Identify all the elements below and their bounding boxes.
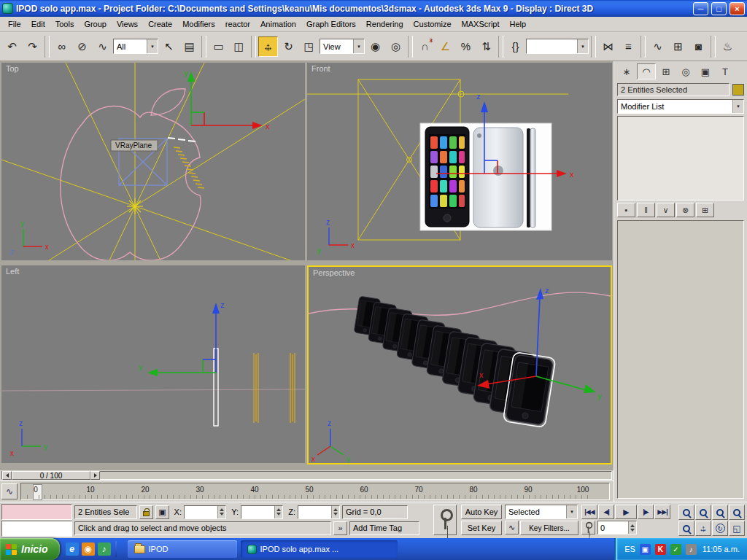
redo-button[interactable]: ↷ bbox=[23, 36, 42, 57]
object-color-swatch[interactable] bbox=[732, 84, 744, 96]
key-mode-dropdown[interactable]: Selected ▼ bbox=[505, 505, 578, 519]
media-player-icon[interactable]: ♪ bbox=[98, 542, 111, 556]
viewport-front-label[interactable]: Front bbox=[311, 64, 330, 73]
zoom-extents-button[interactable] bbox=[712, 505, 728, 520]
remove-modifier-button[interactable]: ⊗ bbox=[676, 203, 694, 217]
select-object-button[interactable]: ↖ bbox=[159, 36, 179, 57]
modifier-stack-list[interactable] bbox=[617, 116, 744, 201]
go-to-end-button[interactable]: ▶▶| bbox=[654, 505, 670, 519]
unlink-selection-button[interactable]: ⊘ bbox=[72, 36, 92, 57]
render-scene-button[interactable]: ♨ bbox=[718, 36, 738, 57]
previous-frame-button[interactable]: ◀| bbox=[598, 505, 614, 519]
menu-item-edit[interactable]: Edit bbox=[26, 18, 50, 31]
z-coordinate-input[interactable] bbox=[298, 505, 340, 519]
select-and-link-button[interactable]: ∞ bbox=[52, 36, 71, 57]
perspective-viewport-canvas[interactable]: z y x z x y bbox=[309, 267, 611, 463]
viewport-perspective[interactable]: Perspective bbox=[307, 265, 612, 464]
arc-rotate-button[interactable]: ↻ bbox=[712, 521, 728, 536]
close-button[interactable]: × bbox=[729, 2, 745, 15]
viewport-top-label[interactable]: Top bbox=[6, 64, 19, 73]
configure-modifier-sets-button[interactable]: ⊞ bbox=[696, 203, 714, 217]
use-pivot-point-center-button[interactable]: ◉ bbox=[365, 36, 385, 57]
viewport-left-label[interactable]: Left bbox=[6, 267, 19, 276]
maximize-viewport-toggle[interactable]: ◱ bbox=[729, 521, 745, 536]
align-button[interactable]: ≡ bbox=[619, 36, 638, 57]
menu-item-rendering[interactable]: Rendering bbox=[361, 18, 409, 31]
listener-script-pane[interactable] bbox=[1, 521, 72, 537]
tab-motion[interactable]: ◎ bbox=[676, 63, 695, 79]
spinner-arrows[interactable] bbox=[217, 506, 225, 518]
chevron-down-icon[interactable]: ▼ bbox=[732, 100, 743, 113]
menu-item-graph-editors[interactable]: Graph Editors bbox=[301, 18, 361, 31]
time-slider-prev-arrow[interactable] bbox=[2, 471, 12, 480]
taskbar-task-ipod-folder[interactable]: IPOD bbox=[128, 540, 237, 558]
y-coordinate-input[interactable] bbox=[241, 505, 283, 519]
snaps-toggle-button[interactable]: ∩ 3 bbox=[415, 36, 435, 57]
select-and-move-button[interactable]: ↔↕ bbox=[258, 36, 278, 57]
notes-icon[interactable]: » bbox=[333, 521, 347, 535]
viewport-perspective-label[interactable]: Perspective bbox=[313, 268, 355, 277]
menu-item-customize[interactable]: Customize bbox=[409, 18, 457, 31]
set-keys-button[interactable] bbox=[433, 505, 457, 535]
spinner-arrows[interactable] bbox=[274, 506, 282, 518]
display-tray-icon[interactable]: ▣ bbox=[640, 544, 651, 555]
viewport-front[interactable]: Front bbox=[307, 63, 612, 260]
clock[interactable]: 11:05 a.m. bbox=[703, 545, 740, 553]
menu-item-animation[interactable]: Animation bbox=[255, 18, 301, 31]
mini-curve-editor-button[interactable]: ∿ bbox=[1, 483, 18, 499]
ipod-array-side[interactable] bbox=[254, 353, 295, 423]
antivirus-tray-icon[interactable]: K bbox=[655, 544, 666, 555]
select-by-name-button[interactable]: ▤ bbox=[179, 36, 199, 57]
edit-named-selection-sets-button[interactable]: {} bbox=[506, 36, 525, 57]
chevron-down-icon[interactable]: ▼ bbox=[353, 39, 364, 53]
set-key-button[interactable]: Set Key bbox=[461, 521, 502, 535]
default-in-out-tangents-button[interactable]: ∿ bbox=[505, 521, 519, 534]
apple-spline[interactable] bbox=[61, 106, 201, 260]
front-viewport-canvas[interactable]: z x z x y bbox=[307, 63, 612, 260]
zoom-extents-all-button[interactable] bbox=[729, 505, 745, 520]
spinner-snap-toggle-button[interactable]: ⇅ bbox=[476, 36, 496, 57]
show-end-result-button[interactable]: ‖ bbox=[637, 203, 655, 217]
current-frame-input[interactable]: 0 bbox=[597, 521, 637, 534]
auto-key-button[interactable]: Auto Key bbox=[461, 505, 502, 519]
transform-gizmo[interactable]: z y bbox=[139, 300, 225, 376]
go-to-start-button[interactable]: |◀◀ bbox=[581, 505, 597, 519]
rectangular-selection-region-button[interactable]: ▭ bbox=[209, 36, 228, 57]
pan-button[interactable]: ↔↕ bbox=[695, 521, 711, 536]
apple-leaf-spline[interactable] bbox=[151, 89, 185, 115]
top-viewport-canvas[interactable]: VRayPlane bbox=[1, 63, 305, 260]
material-editor-button[interactable]: ◙ bbox=[689, 36, 708, 57]
x-coordinate-input[interactable] bbox=[184, 505, 226, 519]
tab-utilities[interactable]: T bbox=[716, 63, 735, 79]
zoom-region-button[interactable] bbox=[678, 521, 694, 536]
schematic-view-button[interactable]: ⊞ bbox=[668, 36, 688, 57]
internet-explorer-icon[interactable]: e bbox=[66, 542, 79, 556]
modifier-list-dropdown[interactable]: Modifier List ▼ bbox=[617, 99, 744, 114]
start-button[interactable]: Inicio bbox=[0, 538, 60, 560]
menu-item-reactor[interactable]: reactor bbox=[220, 18, 255, 31]
security-shield-icon[interactable]: ✓ bbox=[670, 544, 681, 555]
reference-image[interactable] bbox=[420, 123, 551, 230]
pin-stack-button[interactable]: ▪ bbox=[617, 203, 635, 217]
select-and-rotate-button[interactable]: ↻ bbox=[279, 36, 298, 57]
select-and-manipulate-button[interactable]: ◎ bbox=[386, 36, 406, 57]
chevron-down-icon[interactable]: ▼ bbox=[566, 505, 577, 518]
tab-create[interactable]: ∗ bbox=[617, 63, 636, 79]
track-bar[interactable]: ∿ 0 10 20 30 40 50 60 70 80 90 100 bbox=[0, 481, 614, 502]
menu-item-maxscript[interactable]: MAXScript bbox=[457, 18, 505, 31]
menu-item-tools[interactable]: Tools bbox=[50, 18, 80, 31]
next-frame-button[interactable]: |▶ bbox=[638, 505, 654, 519]
curve-editor-button[interactable]: ∿ bbox=[648, 36, 667, 57]
maximize-button[interactable]: □ bbox=[711, 2, 727, 15]
chevron-down-icon[interactable]: ▼ bbox=[577, 39, 588, 53]
key-mode-toggle-button[interactable] bbox=[581, 521, 595, 534]
selection-filter-dropdown[interactable]: All ▼ bbox=[113, 39, 158, 54]
mirror-button[interactable]: ⋈ bbox=[598, 36, 618, 57]
key-filters-button[interactable]: Key Filters... bbox=[520, 521, 578, 535]
bind-to-space-warp-button[interactable]: ∿ bbox=[93, 36, 112, 57]
menu-item-group[interactable]: Group bbox=[79, 18, 112, 31]
spinner-arrows[interactable] bbox=[331, 506, 339, 518]
volume-icon[interactable]: ♪ bbox=[686, 544, 697, 555]
menu-item-modifiers[interactable]: Modifiers bbox=[177, 18, 220, 31]
make-unique-button[interactable]: ∨ bbox=[657, 203, 675, 217]
